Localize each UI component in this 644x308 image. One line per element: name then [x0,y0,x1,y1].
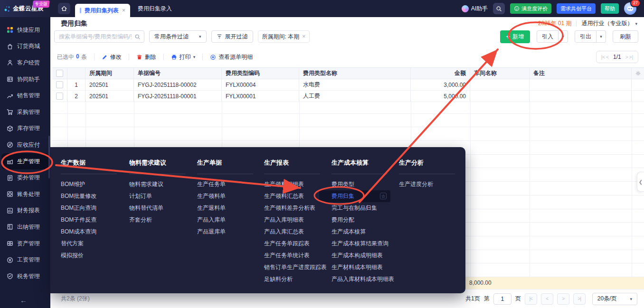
menu-item[interactable]: 生产成本构成明细表 [331,250,392,261]
column-header-workshop[interactable]: 车间名称 [470,68,530,79]
menu-item[interactable]: 计划订单 [129,190,190,202]
menu-item-expense-collection[interactable]: 费用归集 ☆ [319,190,390,202]
edition-selector[interactable]: 通用行业（专业版） ▾ [581,19,637,28]
close-icon[interactable]: × [302,33,305,40]
next-page-button[interactable]: > [557,293,569,305]
menu-item[interactable]: 生产成本核算 [331,226,392,238]
column-settings-gear-icon[interactable] [632,68,644,79]
menu-item[interactable]: 生产任务单跟踪表 [264,238,325,250]
sidebar-item-procurement[interactable]: 采购管理 [0,104,50,121]
column-header-amount[interactable]: 金额 [411,68,470,79]
sidebar-item-quick-apps[interactable]: 快捷应用 [0,22,50,38]
sidebar-item-financial-reports[interactable]: 财务报表 [0,203,50,219]
sidebar-item-cashier[interactable]: 出纳管理 [0,219,50,235]
first-page-icon[interactable]: |< < [601,55,609,60]
menu-item[interactable]: BOM子件反查 [61,214,122,226]
tab-expense-collection-entry[interactable]: 费用归集录入 [130,0,180,17]
delete-button[interactable]: 删除 [136,53,156,61]
menu-item[interactable]: 替代方案 [61,238,122,250]
ai-assistant-button[interactable]: AI助手 [462,5,488,13]
page-number-input[interactable] [493,293,511,305]
menu-item[interactable]: 产品退库单 [197,226,258,238]
import-dropdown-toggle[interactable]: ▾ [559,30,568,43]
sidebar-item-assets[interactable]: 资产管理 [0,235,50,252]
tab-expense-collection-list[interactable]: 费用归集列表 × [75,4,130,17]
sidebar-item-order-mall[interactable]: 订货商城 [0,38,50,55]
column-header-period[interactable]: 所属期间 [85,68,134,79]
sidebar-scrollbar[interactable] [48,136,50,178]
export-dropdown-toggle[interactable]: ▾ [597,30,606,43]
column-header-type-name[interactable]: 费用类型名称 [299,68,411,79]
cocreation-platform-button[interactable]: 需求共创平台 [557,3,596,14]
search-input[interactable] [58,33,133,40]
sidebar-item-sales[interactable]: 销售管理 [0,87,50,104]
sidebar-item-production[interactable]: 生产管理 [1,153,49,170]
menu-item[interactable]: 完工与在制品归集 [331,202,392,214]
add-button[interactable]: + 新增 [500,30,530,43]
menu-item[interactable]: BOM成本查询 [61,226,122,238]
view-source-button[interactable]: 查看源单明细 [210,53,253,61]
menu-item[interactable]: 模拟报价 [61,250,122,261]
import-button[interactable]: 引入 [537,30,559,43]
menu-item[interactable]: 生产领料单 [197,190,258,202]
favorite-star-icon[interactable]: ☆ [380,193,387,199]
menu-item[interactable]: 生产任务单统计表 [264,250,325,261]
help-button[interactable]: 帮助 [601,3,619,14]
menu-item[interactable]: 销售订单生产进度跟踪表 [264,261,325,273]
sidebar-item-bookkeeping[interactable]: 账务处理 [0,186,50,203]
condition-filter-dropdown[interactable]: 常用条件过滤 ▾ [149,30,207,43]
menu-item[interactable]: 产品入库明细表 [264,214,325,226]
menu-item[interactable]: 生产领料差异分析表 [264,202,325,214]
menu-item[interactable]: 产品入库汇总表 [264,226,325,238]
avatar[interactable]: 27 [624,2,636,15]
menu-item[interactable]: 物料需求建议 [129,178,190,190]
refresh-button[interactable]: 刷新 [613,30,638,43]
prev-page-button[interactable]: < [541,293,553,305]
menu-item[interactable]: 产品入库单 [197,214,258,226]
menu-item[interactable]: BOM批量修改 [61,190,122,202]
column-header-type-code[interactable]: 费用类型编码 [222,68,299,79]
menu-item[interactable]: 足缺料分析 [264,273,325,285]
menu-item[interactable]: 生产材料成本明细表 [331,261,392,273]
menu-item[interactable]: 生产领料汇总表 [264,190,325,202]
last-page-button[interactable]: >| [573,293,586,305]
global-search-button[interactable] [493,3,505,14]
collapse-panel-handle[interactable]: ❮ [637,172,644,192]
select-all-checkbox[interactable] [52,68,67,79]
satisfaction-survey-button[interactable]: 满意度评价 [510,3,551,14]
print-button[interactable]: 打印 ▾ [171,53,196,61]
menu-item[interactable]: BOM正向查询 [61,202,122,214]
menu-item[interactable]: 生产领料明细表 [264,178,325,190]
accounting-period[interactable]: 2025年 01 期 [538,19,572,28]
menu-item[interactable]: BOM维护 [61,178,122,190]
row-checkbox[interactable] [52,79,67,90]
home-button[interactable] [58,3,70,14]
sidebar-item-inventory[interactable]: 库存管理 [0,121,50,137]
menu-item[interactable]: 生产成本核算结果查询 [331,238,392,250]
sidebar-item-payroll[interactable]: 工资管理 [0,252,50,268]
edit-button[interactable]: 修改 [102,53,122,61]
cell-doc-no[interactable]: FYGJ-20251118-00002 [134,79,222,90]
menu-item[interactable]: 费用分配 [331,214,392,226]
close-icon[interactable]: × [122,7,125,14]
period-filter-tag[interactable]: 所属期间: 本期 × [258,30,310,43]
sidebar-item-collaboration[interactable]: 协同助手 [0,71,50,88]
menu-item[interactable]: 生产退料单 [197,202,258,214]
menu-item[interactable]: 生产进度分析 [399,178,460,190]
last-page-icon[interactable]: > >| [625,55,633,60]
first-page-button[interactable]: |< [525,293,537,305]
export-button[interactable]: 引出 [575,30,597,43]
page-size-dropdown[interactable]: 20条/页 ▾ [592,293,637,305]
sidebar-item-receivable-payable[interactable]: 应收应付 [0,137,50,153]
sidebar-item-outsourcing[interactable]: 委外管理 [0,169,50,186]
column-header-doc-no[interactable]: 单据编号 [134,68,222,79]
sidebar-collapse-arrow-icon[interactable]: ← [20,296,27,304]
expand-filter-button[interactable]: 展开过滤 [211,30,253,43]
menu-item[interactable]: 物料替代清单 [129,202,190,214]
menu-item[interactable]: 费用类型 [331,178,392,190]
search-icon[interactable] [134,34,141,40]
menu-item[interactable]: 生产任务单 [197,178,258,190]
sidebar-item-customer[interactable]: 客户经营 [0,55,50,71]
menu-item[interactable]: 产品入库材料成本明细表 [331,273,392,285]
sidebar-item-tax[interactable]: 税务管理 [0,268,50,285]
